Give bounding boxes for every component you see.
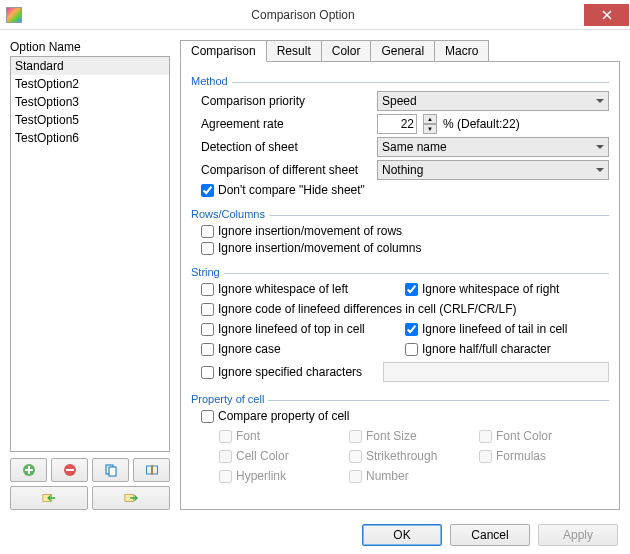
tabs: Comparison Result Color General Macro — [180, 40, 620, 62]
option-item[interactable]: TestOption6 — [11, 129, 169, 147]
option-name-label: Option Name — [10, 40, 170, 54]
diff-select[interactable]: Nothing — [377, 160, 609, 180]
ws-left-checkbox[interactable]: Ignore whitespace of left — [201, 282, 405, 296]
rate-label: Agreement rate — [201, 117, 371, 131]
spec-checkbox[interactable]: Ignore specified characters — [201, 365, 377, 379]
option-list[interactable]: Standard TestOption2 TestOption3 TestOpt… — [10, 56, 170, 452]
lf-code-checkbox[interactable]: Ignore code of linefeed differences in c… — [201, 302, 609, 316]
tab-color[interactable]: Color — [321, 40, 372, 62]
copy-button[interactable] — [92, 458, 129, 482]
cancel-button[interactable]: Cancel — [450, 524, 530, 546]
close-button[interactable] — [584, 4, 629, 26]
tab-content: Method Comparison priority Speed Agreeme… — [180, 61, 620, 510]
export-button[interactable] — [92, 486, 170, 510]
ok-button[interactable]: OK — [362, 524, 442, 546]
spin-down[interactable]: ▼ — [423, 124, 437, 134]
prop-font-checkbox: Font — [219, 429, 349, 443]
dialog-buttons: OK Cancel Apply — [0, 520, 630, 554]
case-checkbox[interactable]: Ignore case — [201, 342, 405, 356]
diff-label: Comparison of different sheet — [201, 163, 371, 177]
lf-top-checkbox[interactable]: Ignore linefeed of top in cell — [201, 322, 405, 336]
chevron-down-icon — [596, 168, 604, 172]
tab-macro[interactable]: Macro — [434, 40, 489, 62]
import-button[interactable] — [10, 486, 88, 510]
apply-button: Apply — [538, 524, 618, 546]
prop-strike-checkbox: Strikethrough — [349, 449, 479, 463]
chevron-down-icon — [596, 99, 604, 103]
prop-number-checkbox: Number — [349, 469, 479, 483]
spec-input[interactable] — [383, 362, 609, 382]
title-bar: Comparison Option — [0, 0, 630, 30]
app-icon — [6, 7, 22, 23]
prop-formulas-checkbox: Formulas — [479, 449, 609, 463]
compare-prop-checkbox[interactable]: Compare property of cell — [201, 409, 609, 423]
ws-right-checkbox[interactable]: Ignore whitespace of right — [405, 282, 609, 296]
priority-label: Comparison priority — [201, 94, 371, 108]
prop-legend: Property of cell — [191, 393, 268, 405]
svg-rect-3 — [109, 467, 116, 476]
string-legend: String — [191, 266, 224, 278]
prop-cellcolor-checkbox: Cell Color — [219, 449, 349, 463]
prop-fontsize-checkbox: Font Size — [349, 429, 479, 443]
option-item[interactable]: TestOption3 — [11, 93, 169, 111]
prop-fontcolor-checkbox: Font Color — [479, 429, 609, 443]
chevron-down-icon — [596, 145, 604, 149]
detection-select[interactable]: Same name — [377, 137, 609, 157]
window-title: Comparison Option — [22, 8, 584, 22]
svg-rect-4 — [146, 466, 151, 474]
detection-label: Detection of sheet — [201, 140, 371, 154]
tab-result[interactable]: Result — [266, 40, 322, 62]
rowscols-legend: Rows/Columns — [191, 208, 269, 220]
rate-input[interactable] — [377, 114, 417, 134]
lf-tail-checkbox[interactable]: Ignore linefeed of tail in cell — [405, 322, 609, 336]
tab-comparison[interactable]: Comparison — [180, 40, 267, 62]
remove-button[interactable] — [51, 458, 88, 482]
add-button[interactable] — [10, 458, 47, 482]
spin-up[interactable]: ▲ — [423, 114, 437, 124]
ignore-rows-checkbox[interactable]: Ignore insertion/movement of rows — [201, 224, 609, 238]
method-legend: Method — [191, 75, 232, 87]
priority-select[interactable]: Speed — [377, 91, 609, 111]
rate-suffix: % (Default:22) — [443, 117, 520, 131]
hide-sheet-checkbox[interactable]: Don't compare "Hide sheet" — [201, 183, 609, 197]
tab-general[interactable]: General — [370, 40, 435, 62]
prop-hyperlink-checkbox: Hyperlink — [219, 469, 349, 483]
option-item[interactable]: TestOption2 — [11, 75, 169, 93]
svg-rect-5 — [152, 466, 157, 474]
option-item[interactable]: TestOption5 — [11, 111, 169, 129]
rename-button[interactable] — [133, 458, 170, 482]
ignore-cols-checkbox[interactable]: Ignore insertion/movement of columns — [201, 241, 609, 255]
option-item-standard[interactable]: Standard — [11, 57, 169, 75]
halffull-checkbox[interactable]: Ignore half/full character — [405, 342, 609, 356]
